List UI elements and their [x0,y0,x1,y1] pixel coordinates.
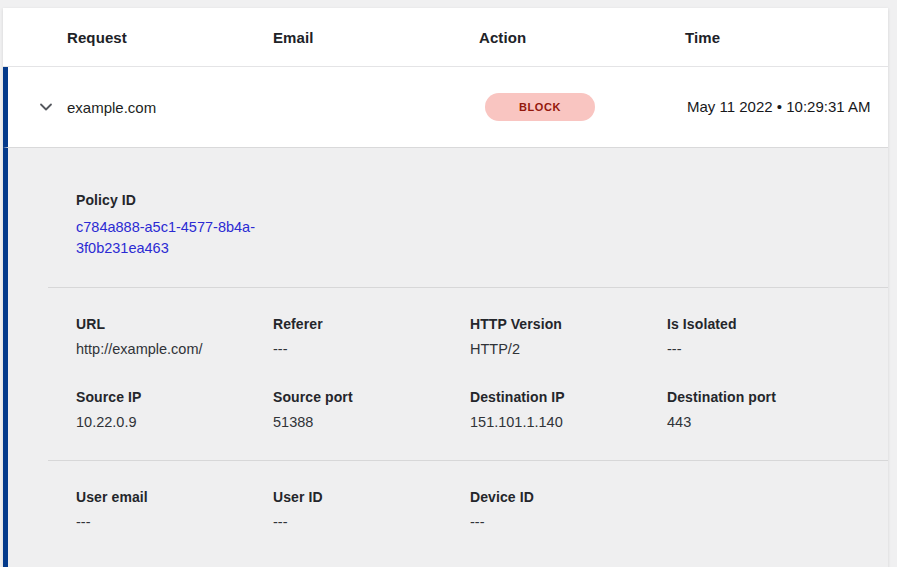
field-label: Device ID [470,489,653,505]
row-time-value: May 11 2022 • 10:29:31 AM [687,95,887,119]
field-value: HTTP/2 [470,341,653,357]
field-user-id: User ID --- [273,489,470,530]
field-destination-ip: Destination IP 151.101.1.140 [470,389,667,430]
field-value: 151.101.1.140 [470,414,653,430]
column-header-time: Time [685,29,720,46]
field-label: Referer [273,316,456,332]
field-value: --- [273,341,456,357]
column-header-email: Email [273,29,479,46]
field-referer: Referer --- [273,316,470,357]
field-label: URL [76,316,259,332]
field-label: Is Isolated [667,316,737,332]
policy-id-label: Policy ID [76,192,870,208]
field-label: Source IP [76,389,259,405]
table-row[interactable]: example.com BLOCK May 11 2022 • 10:29:31… [3,67,888,147]
field-label: Destination port [667,389,776,405]
policy-id-link[interactable]: c784a888-a5c1-4577-8b4a-3f0b231ea463 [76,217,276,259]
policy-id-section: Policy ID c784a888-a5c1-4577-8b4a-3f0b23… [76,148,870,287]
field-label: User ID [273,489,456,505]
field-device-id: Device ID --- [470,489,667,530]
requests-table-card: Request Email Action Time example.com BL… [3,8,888,567]
field-destination-port: Destination port 443 [667,389,790,430]
field-value: --- [76,514,259,530]
status-badge-block: BLOCK [485,93,595,121]
field-http-version: HTTP Version HTTP/2 [470,316,667,357]
row-expander-button[interactable] [8,97,67,117]
detail-fields-row: URL http://example.com/ Referer --- HTTP… [76,288,870,387]
field-value: --- [273,514,456,530]
field-label: Destination IP [470,389,653,405]
field-value: --- [667,341,737,357]
row-action-cell: BLOCK [481,93,687,121]
field-value: 443 [667,414,776,430]
field-user-email: User email --- [76,489,273,530]
field-label: HTTP Version [470,316,653,332]
field-value: --- [470,514,653,530]
field-value: 51388 [273,414,456,430]
row-request-value: example.com [67,99,273,116]
column-header-action: Action [479,29,685,46]
detail-fields-row: Source IP 10.22.0.9 Source port 51388 De… [76,387,870,460]
row-details-panel: Policy ID c784a888-a5c1-4577-8b4a-3f0b23… [3,147,888,567]
field-source-port: Source port 51388 [273,389,470,430]
field-label: User email [76,489,259,505]
chevron-down-icon [36,97,56,117]
detail-fields-row: User email --- User ID --- Device ID --- [76,461,870,560]
table-header-row: Request Email Action Time [3,8,888,67]
field-value: 10.22.0.9 [76,414,259,430]
field-is-isolated: Is Isolated --- [667,316,751,357]
field-empty [667,489,681,530]
field-value: http://example.com/ [76,341,259,357]
field-url: URL http://example.com/ [76,316,273,357]
column-header-request: Request [67,29,273,46]
field-label: Source port [273,389,456,405]
field-source-ip: Source IP 10.22.0.9 [76,389,273,430]
